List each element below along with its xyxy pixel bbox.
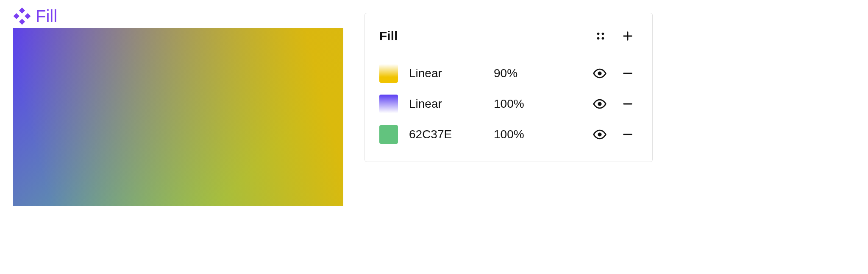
remove-fill-button[interactable] xyxy=(618,94,638,114)
remove-fill-button[interactable] xyxy=(618,63,638,84)
svg-rect-3 xyxy=(19,19,25,25)
fill-swatch[interactable] xyxy=(379,125,398,144)
minus-icon xyxy=(622,67,634,79)
svg-point-14 xyxy=(598,132,601,136)
add-fill-button[interactable] xyxy=(618,26,638,46)
four-dots-icon xyxy=(595,31,606,42)
toggle-visibility-button[interactable] xyxy=(590,63,610,84)
fill-type-label[interactable]: Linear xyxy=(409,67,494,80)
canvas-component-label[interactable]: Fill xyxy=(13,8,343,25)
remove-fill-button[interactable] xyxy=(618,124,638,145)
plus-icon xyxy=(622,30,634,42)
svg-point-7 xyxy=(602,37,604,40)
svg-rect-0 xyxy=(19,8,25,14)
fill-type-label[interactable]: Linear xyxy=(409,97,494,111)
fill-layer-yellow-gradient xyxy=(13,28,343,206)
fill-panel: Fill Linear 90% xyxy=(364,13,653,162)
minus-icon xyxy=(622,129,634,140)
fill-swatch[interactable] xyxy=(379,64,398,83)
fill-row: 62C37E 100% xyxy=(379,119,638,150)
svg-rect-2 xyxy=(25,13,31,19)
component-icon xyxy=(14,8,31,25)
fill-opacity-value[interactable]: 90% xyxy=(494,67,553,80)
minus-icon xyxy=(622,98,634,110)
fill-swatch[interactable] xyxy=(379,95,398,113)
fill-row: Linear 100% xyxy=(379,89,638,119)
svg-rect-1 xyxy=(14,13,19,19)
canvas-area: Fill xyxy=(13,8,343,206)
style-options-button[interactable] xyxy=(590,26,611,46)
fill-panel-title: Fill xyxy=(379,29,590,43)
fill-type-label[interactable]: 62C37E xyxy=(409,128,494,141)
svg-point-6 xyxy=(597,37,600,40)
eye-icon xyxy=(593,97,607,111)
fill-panel-header: Fill xyxy=(379,26,638,46)
fill-opacity-value[interactable]: 100% xyxy=(494,128,553,141)
fill-opacity-value[interactable]: 100% xyxy=(494,97,553,111)
canvas-frame[interactable] xyxy=(13,28,343,206)
svg-point-12 xyxy=(598,102,601,106)
toggle-visibility-button[interactable] xyxy=(590,94,610,114)
svg-point-4 xyxy=(597,33,600,35)
canvas-label-text: Fill xyxy=(36,8,57,25)
eye-icon xyxy=(593,66,607,81)
fill-row: Linear 90% xyxy=(379,58,638,89)
svg-point-5 xyxy=(602,33,604,35)
svg-point-10 xyxy=(598,71,601,75)
eye-icon xyxy=(593,127,607,142)
toggle-visibility-button[interactable] xyxy=(590,124,610,145)
